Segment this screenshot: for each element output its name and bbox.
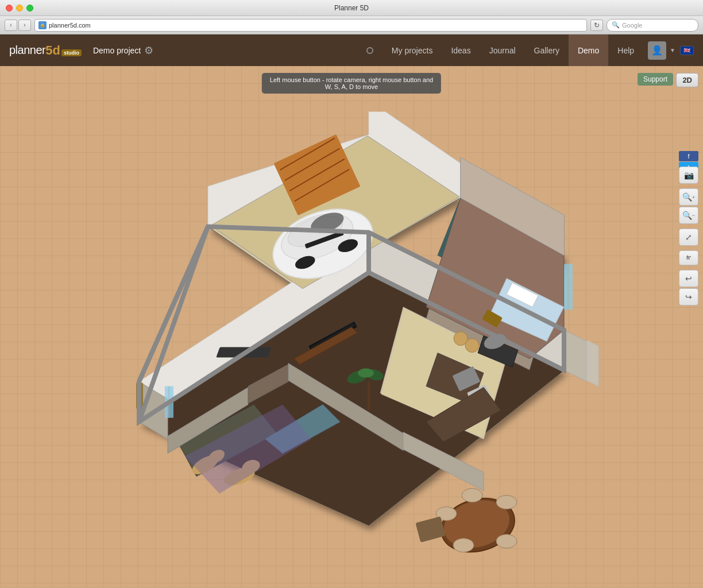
nav-journal[interactable]: Journal [480, 34, 525, 66]
support-button[interactable]: Support [638, 73, 673, 86]
units-button[interactable]: ft' [679, 250, 698, 265]
svg-point-49 [496, 535, 517, 548]
logo-number: 5d [45, 43, 60, 58]
svg-point-59 [465, 339, 479, 353]
minimize-light[interactable] [16, 5, 23, 11]
facebook-button[interactable]: f [679, 151, 698, 161]
camera-tooltip: Left mouse button - rotate camera, right… [262, 73, 441, 94]
secure-icon: 🔒 [38, 21, 47, 29]
svg-point-47 [462, 489, 482, 502]
address-text: planner5d.com [49, 22, 91, 29]
search-bar[interactable]: 🔍 Google [607, 19, 698, 32]
refresh-button[interactable]: ↻ [590, 20, 603, 31]
search-placeholder: Google [622, 22, 642, 29]
browser-toolbar: ‹ › 🔒 planner5d.com ↻ 🔍 Google [0, 16, 703, 34]
flag-icon[interactable]: 🇬🇧 [680, 46, 694, 55]
nav-my-projects[interactable]: My projects [383, 34, 442, 66]
maximize-light[interactable] [26, 5, 33, 11]
nav-buttons: ‹ › [5, 20, 31, 31]
svg-point-43 [358, 369, 374, 378]
main-content: Left mouse button - rotate camera, right… [0, 66, 703, 587]
nav-gallery[interactable]: Gallery [525, 34, 569, 66]
project-name: Demo project [93, 46, 141, 55]
logo-area: planner 5d studio [9, 43, 82, 58]
svg-marker-66 [564, 330, 587, 382]
search-icon: 🔍 [612, 21, 620, 29]
forward-button[interactable]: › [18, 20, 31, 31]
browser-title: Planner 5D [334, 4, 369, 12]
svg-marker-67 [587, 341, 598, 386]
nav-links: My projects Ideas Journal Gallery Demo H… [383, 34, 643, 66]
fullscreen-button[interactable]: ⤢ [679, 229, 698, 246]
nav-demo[interactable]: Demo [569, 34, 608, 66]
close-light[interactable] [6, 5, 13, 11]
view-2d-button[interactable]: 2D [676, 73, 698, 87]
svg-rect-51 [415, 516, 446, 542]
avatar: 👤 [648, 41, 666, 60]
browser-titlebar: Planner 5D [0, 0, 703, 16]
svg-point-48 [496, 496, 517, 509]
right-toolbar: 📷 🔍+ 🔍− ⤢ ft' ↩ ↪ [679, 167, 698, 305]
zoom-out-button[interactable]: 🔍− [679, 207, 698, 224]
redo-button[interactable]: ↪ [679, 288, 698, 305]
nav-ideas[interactable]: Ideas [442, 34, 480, 66]
dropdown-arrow[interactable]: ▼ [670, 47, 675, 53]
house-3d-view[interactable] [93, 112, 610, 560]
address-bar[interactable]: 🔒 planner5d.com [34, 19, 587, 32]
back-button[interactable]: ‹ [5, 20, 17, 31]
nav-dot [366, 47, 373, 54]
gear-button[interactable]: ⚙ [141, 42, 157, 59]
traffic-lights [6, 5, 33, 11]
logo-text: planner [9, 44, 45, 57]
user-area: 👤 ▼ [648, 41, 675, 60]
svg-point-50 [453, 539, 474, 552]
logo: planner 5d studio [9, 43, 82, 58]
app-container: planner 5d studio Demo project ⚙ My proj… [0, 34, 703, 587]
zoom-in-button[interactable]: 🔍+ [679, 188, 698, 206]
nav-bar: planner 5d studio Demo project ⚙ My proj… [0, 34, 703, 66]
undo-button[interactable]: ↩ [679, 270, 698, 287]
screenshot-button[interactable]: 📷 [679, 167, 698, 184]
nav-help[interactable]: Help [608, 34, 643, 66]
logo-badge: studio [61, 49, 82, 56]
